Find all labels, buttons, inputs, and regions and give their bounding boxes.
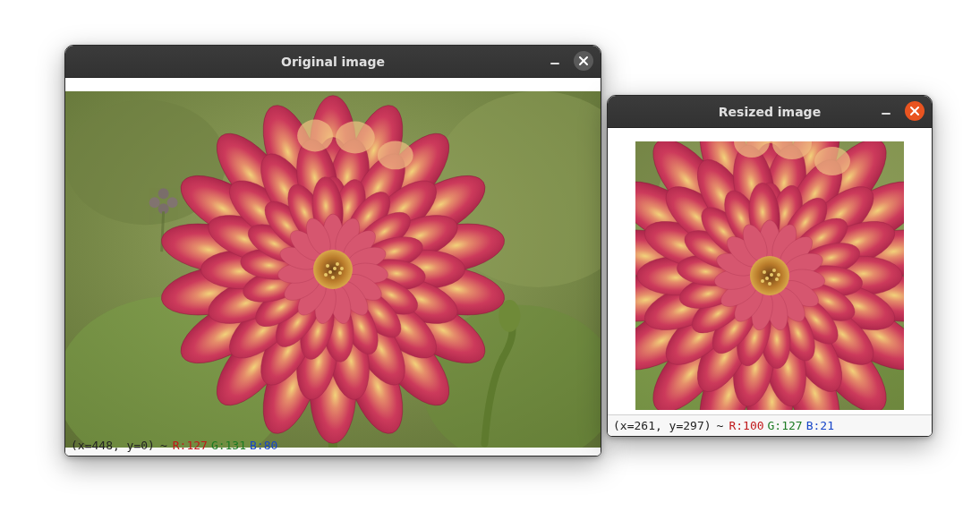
svg-point-25 bbox=[328, 270, 332, 274]
svg-point-19 bbox=[326, 264, 329, 268]
svg-point-50 bbox=[772, 269, 776, 272]
minimize-button[interactable] bbox=[876, 101, 896, 121]
svg-point-49 bbox=[763, 270, 766, 274]
window-controls bbox=[545, 51, 593, 71]
svg-point-28 bbox=[336, 122, 375, 154]
minimize-icon bbox=[550, 63, 559, 64]
svg-point-20 bbox=[336, 262, 339, 266]
window-resized-image: Resized image bbox=[607, 95, 933, 437]
svg-point-18 bbox=[313, 250, 353, 289]
status-b: B:80 bbox=[250, 439, 277, 452]
svg-point-27 bbox=[297, 120, 333, 152]
titlebar-resized[interactable]: Resized image bbox=[608, 96, 932, 128]
svg-point-23 bbox=[331, 276, 335, 279]
svg-point-59 bbox=[814, 147, 850, 175]
svg-point-53 bbox=[768, 282, 771, 286]
image-viewport[interactable] bbox=[608, 128, 932, 414]
svg-point-22 bbox=[324, 273, 328, 277]
svg-point-8 bbox=[149, 197, 160, 208]
status-bar: (x=261, y=297) ~ R:100 G:127 B:21 bbox=[608, 414, 932, 436]
close-icon bbox=[909, 106, 920, 116]
minimize-icon bbox=[882, 113, 891, 115]
svg-point-9 bbox=[167, 197, 178, 208]
status-coord: (x=261, y=297) bbox=[613, 419, 712, 432]
status-r: R:127 bbox=[173, 439, 208, 452]
content-area: (x=448, y=0) ~ R:127 G:131 B:80 bbox=[65, 78, 601, 456]
close-icon bbox=[578, 55, 589, 66]
status-b: B:21 bbox=[806, 419, 834, 432]
status-separator: ~ bbox=[715, 419, 726, 432]
status-r: R:100 bbox=[729, 419, 763, 432]
status-g: G:131 bbox=[211, 439, 246, 452]
svg-point-26 bbox=[340, 267, 344, 270]
minimize-button[interactable] bbox=[545, 51, 565, 71]
image-viewport[interactable] bbox=[65, 78, 601, 434]
svg-point-51 bbox=[775, 277, 779, 281]
svg-point-48 bbox=[750, 256, 789, 295]
window-original-image: Original image bbox=[64, 45, 601, 456]
svg-point-52 bbox=[761, 279, 764, 283]
original-image bbox=[65, 91, 601, 448]
svg-point-54 bbox=[770, 273, 773, 277]
resized-image bbox=[635, 141, 904, 410]
window-controls bbox=[876, 101, 925, 121]
window-title: Original image bbox=[281, 55, 385, 69]
svg-point-56 bbox=[777, 273, 780, 277]
close-button[interactable] bbox=[905, 101, 925, 121]
svg-point-55 bbox=[765, 277, 769, 280]
content-area: (x=261, y=297) ~ R:100 G:127 B:21 bbox=[608, 128, 932, 436]
svg-point-29 bbox=[378, 141, 413, 169]
titlebar-original[interactable]: Original image bbox=[65, 46, 601, 78]
window-title: Resized image bbox=[719, 105, 821, 119]
status-g: G:127 bbox=[768, 419, 803, 432]
svg-point-24 bbox=[333, 267, 337, 270]
close-button[interactable] bbox=[574, 51, 593, 71]
svg-point-21 bbox=[338, 271, 342, 275]
svg-point-7 bbox=[158, 188, 169, 199]
status-separator: ~ bbox=[158, 439, 169, 452]
status-coord: (x=448, y=0) bbox=[71, 439, 155, 452]
